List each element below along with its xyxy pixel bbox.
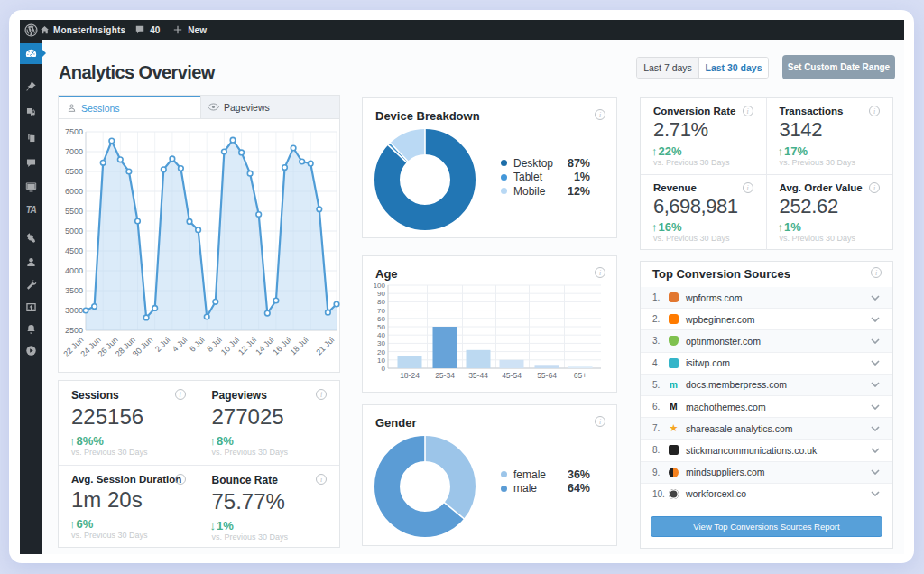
svg-text:40: 40 [377,331,385,339]
svg-text:18 Jul: 18 Jul [289,335,310,356]
svg-text:4 Jul: 4 Jul [171,335,189,354]
svg-text:30: 30 [377,339,385,347]
svg-text:18-24: 18-24 [400,371,420,380]
svg-text:4000: 4000 [65,266,83,275]
svg-text:35-44: 35-44 [468,371,488,380]
svg-text:60: 60 [377,315,385,323]
svg-text:6 Jul: 6 Jul [188,335,207,354]
svg-text:3000: 3000 [65,306,83,315]
svg-text:14 Jul: 14 Jul [254,335,275,356]
svg-text:70: 70 [377,307,385,315]
svg-text:4500: 4500 [65,246,83,255]
svg-text:25-34: 25-34 [435,371,455,380]
svg-text:3500: 3500 [65,286,83,295]
svg-text:12 Jul: 12 Jul [236,335,258,356]
svg-text:55-64: 55-64 [537,371,557,380]
svg-text:2 Jul: 2 Jul [153,335,172,354]
svg-text:7500: 7500 [65,127,83,136]
svg-text:90: 90 [377,290,385,298]
svg-text:30 Jun: 30 Jun [131,335,154,358]
svg-text:5500: 5500 [65,207,83,216]
svg-text:65+: 65+ [574,371,587,380]
svg-text:100: 100 [374,282,386,290]
svg-text:7000: 7000 [65,147,83,156]
svg-text:80: 80 [377,298,385,306]
svg-text:45-54: 45-54 [502,371,522,380]
svg-text:0: 0 [382,365,386,373]
svg-text:2500: 2500 [65,326,83,335]
svg-text:20: 20 [377,348,385,356]
svg-text:21 Jul: 21 Jul [314,335,336,356]
svg-text:5000: 5000 [65,227,83,236]
svg-text:10 Jul: 10 Jul [219,335,241,356]
svg-text:6000: 6000 [65,187,83,196]
svg-text:50: 50 [377,323,385,331]
svg-text:10: 10 [377,356,385,365]
svg-text:16 Jul: 16 Jul [271,335,292,356]
svg-text:6500: 6500 [65,167,83,176]
